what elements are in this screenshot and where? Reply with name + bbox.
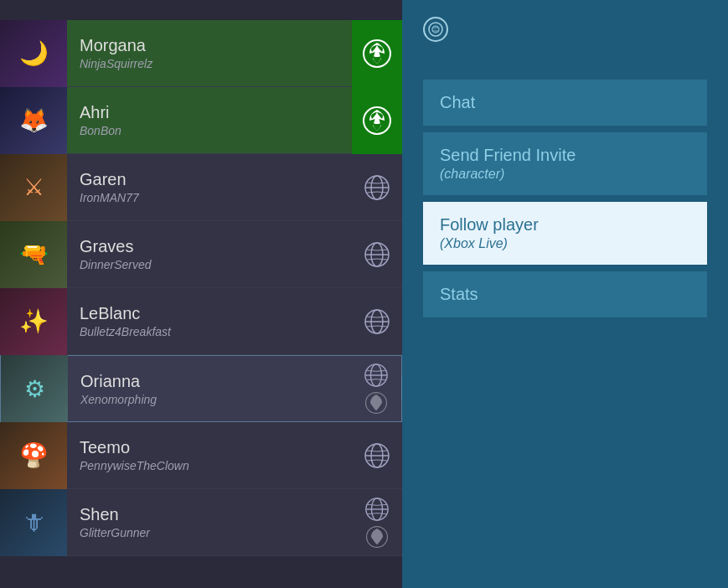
champion-info-shen: ShenGlitterGunner (67, 505, 352, 539)
xbox-green-icon (352, 20, 402, 87)
champion-name-morgana: Morgana (80, 36, 339, 55)
player-name-garen: IronMAN77 (80, 191, 339, 204)
platform-icon-garen (352, 154, 402, 221)
avatar-graves: 🔫 (0, 221, 67, 288)
platform-icon-leblanc (352, 288, 402, 355)
champion-name-leblanc: LeBlanc (80, 304, 339, 323)
player-name-orianna: Xenomorphing (80, 393, 338, 406)
option-button-follow-player[interactable]: Follow player(Xbox Live) (423, 202, 707, 265)
globe-icon (362, 441, 392, 471)
roster-list: 🌙MorganaNinjaSquirrelz 🦊AhriBonBon ⚔ (0, 20, 402, 588)
option-label-chat: Chat (440, 93, 690, 112)
player-name-morgana: NinjaSquirrelz (80, 57, 339, 70)
champion-name-garen: Garen (80, 170, 339, 189)
champion-info-ahri: AhriBonBon (67, 103, 352, 137)
globe-icon-shen (364, 497, 390, 522)
player-xbox-icon (423, 17, 448, 42)
champion-info-orianna: OriannaXenomorphing (68, 372, 351, 406)
roster-item-teemo[interactable]: 🍄TeemoPennywiseTheClown (0, 422, 402, 489)
left-panel: 🌙MorganaNinjaSquirrelz 🦊AhriBonBon ⚔ (0, 0, 402, 588)
option-label-stats: Stats (440, 285, 690, 304)
roster-item-shen[interactable]: 🗡ShenGlitterGunner (0, 489, 402, 556)
globe-icon-top (364, 363, 389, 388)
avatar-teemo: 🍄 (0, 422, 67, 489)
roster-item-ahri[interactable]: 🦊AhriBonBon (0, 87, 402, 154)
roster-item-morgana[interactable]: 🌙MorganaNinjaSquirrelz (0, 20, 402, 87)
selected-arrow (401, 377, 402, 400)
champion-name-ahri: Ahri (80, 103, 339, 122)
avatar-leblanc: ✨ (0, 288, 67, 355)
roster-item-graves[interactable]: 🔫GravesDinnerServed (0, 221, 402, 288)
roster-header (0, 0, 402, 20)
option-button-chat[interactable]: Chat (423, 80, 707, 126)
globe-icon (362, 173, 392, 203)
avatar-garen: ⚔ (0, 154, 67, 221)
option-button-send-friend-invite[interactable]: Send Friend Invite(character) (423, 132, 707, 195)
roster-item-leblanc[interactable]: ✨LeBlancBulletz4Breakfast (0, 288, 402, 355)
roster-item-orianna[interactable]: ⚙OriannaXenomorphing (0, 355, 402, 422)
xbox-green-icon (352, 87, 402, 154)
champion-info-leblanc: LeBlancBulletz4Breakfast (67, 304, 352, 338)
xbox-icon-shen (365, 525, 389, 549)
player-name-graves: DinnerServed (80, 258, 339, 271)
player-header (423, 17, 707, 42)
main-container: 🌙MorganaNinjaSquirrelz 🦊AhriBonBon ⚔ (0, 0, 728, 588)
svg-point-22 (429, 23, 442, 36)
avatar-morgana: 🌙 (0, 20, 67, 87)
globe-icon (362, 307, 392, 337)
option-button-stats[interactable]: Stats (423, 271, 707, 317)
dual-icons (351, 355, 401, 422)
player-name-ahri: BonBon (80, 124, 339, 137)
roster-item-garen[interactable]: ⚔GarenIronMAN77 (0, 154, 402, 221)
platform-icon-ahri (352, 87, 402, 154)
option-label-follow-player: Follow player (440, 215, 690, 235)
globe-icon (362, 240, 392, 270)
platform-icon-graves (352, 221, 402, 288)
options-list: ChatSend Friend Invite(character)Follow … (423, 80, 707, 317)
champion-info-graves: GravesDinnerServed (67, 237, 352, 271)
avatar-orianna: ⚙ (1, 355, 68, 422)
champion-name-shen: Shen (80, 505, 339, 524)
champion-name-teemo: Teemo (80, 438, 339, 457)
avatar-ahri: 🦊 (0, 87, 67, 154)
champion-name-graves: Graves (80, 237, 339, 256)
avatar-shen: 🗡 (0, 489, 67, 556)
player-name-leblanc: Bulletz4Breakfast (80, 325, 339, 338)
option-label-send-friend-invite: Send Friend Invite (440, 146, 690, 165)
right-panel: ChatSend Friend Invite(character)Follow … (402, 0, 728, 588)
xbox-icon-small (364, 391, 388, 415)
champion-info-garen: GarenIronMAN77 (67, 170, 352, 204)
option-sublabel-send-friend-invite: (character) (440, 167, 690, 182)
platform-icon-morgana (352, 20, 402, 87)
champion-name-orianna: Orianna (80, 372, 338, 391)
champion-info-morgana: MorganaNinjaSquirrelz (67, 36, 352, 70)
champion-info-teemo: TeemoPennywiseTheClown (67, 438, 352, 472)
dual-icons-shen (352, 489, 402, 556)
platform-icon-orianna (351, 355, 401, 422)
player-name-teemo: PennywiseTheClown (80, 459, 339, 472)
platform-icon-shen (352, 489, 402, 556)
option-sublabel-follow-player: (Xbox Live) (440, 236, 690, 251)
player-name-shen: GlitterGunner (80, 526, 339, 539)
platform-icon-teemo (352, 422, 402, 489)
